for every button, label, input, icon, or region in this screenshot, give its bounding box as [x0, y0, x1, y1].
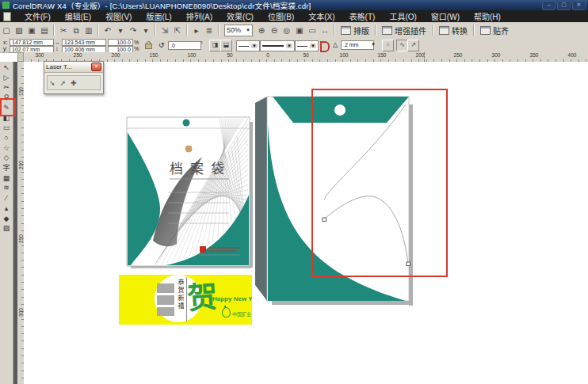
menu-item-1[interactable]: 文件(F) [17, 10, 58, 22]
toolbar-separator [97, 25, 99, 36]
menu-item-11[interactable]: 窗口(W) [424, 10, 467, 22]
mirror-vertical-button[interactable]: ⬓ [220, 40, 232, 51]
print-icon[interactable]: ▤ [38, 25, 51, 36]
mirror-horizontal-button[interactable]: ◨ [209, 40, 221, 51]
cut-icon[interactable]: ✂ [57, 25, 70, 36]
menu-item-12[interactable]: 帮助(H) [467, 10, 508, 22]
zoom-level-combo[interactable]: 50% ▼ [224, 25, 253, 36]
zoom-selected-icon[interactable]: ◎ [281, 25, 293, 36]
docker-icon [382, 26, 392, 35]
outline-width-dropdown[interactable]: .2 mm [341, 40, 374, 50]
undo-icon[interactable]: ↶ [101, 25, 114, 36]
interactive-fill-tool[interactable]: ▨ [1, 223, 12, 233]
text-tool[interactable]: 字 [1, 163, 12, 173]
redo-dropdown-icon[interactable]: ▾ [139, 25, 152, 36]
plugin-button-4[interactable]: 贴齐 [480, 25, 509, 36]
outline-pen-tool[interactable]: ▴ [1, 203, 12, 213]
lock-ratio-icon[interactable] [145, 44, 152, 49]
tool-highlight-annotation [0, 98, 16, 116]
open-icon[interactable]: ▧ [13, 25, 25, 36]
toolbar-separator [155, 25, 156, 36]
zoom-in-icon[interactable]: ⊕ [255, 25, 268, 36]
rectangle-tool[interactable]: ▭ [1, 123, 12, 132]
redo-icon[interactable]: ↷ [127, 25, 139, 36]
scale-h-field[interactable]: 100.0 [108, 39, 133, 46]
rotation-field[interactable]: .0 [168, 41, 201, 50]
left-envelope-shadow-bottom [131, 266, 251, 268]
company-logo-mark [200, 246, 206, 253]
curve-smoothness-button[interactable]: ↗ [407, 40, 419, 51]
menu-item-10[interactable]: 工具(O) [382, 10, 423, 22]
blend-tool[interactable]: ≋ [1, 183, 12, 192]
export-icon[interactable]: ⇱ [171, 25, 184, 36]
eyedropper-tool[interactable]: ∕ [1, 193, 12, 203]
minimize-button[interactable]: – [542, 1, 556, 10]
vertical-greeting-text: 恭贺新禧 [176, 279, 185, 321]
copy-icon[interactable]: ⧉ [70, 25, 82, 36]
laser-settings-icon[interactable]: ✚ [71, 79, 77, 87]
china-mining-text: 中国矿业 [232, 310, 251, 317]
ruler-origin-corner[interactable] [17, 52, 24, 62]
shape-tool[interactable]: ▷ [1, 73, 12, 82]
menu-item-2[interactable]: 编辑(E) [58, 10, 98, 22]
zoom-page-icon[interactable]: ▭ [306, 25, 319, 36]
table-tool[interactable]: ▦ [1, 173, 12, 183]
toolbar-separator [375, 25, 376, 36]
hruler-label: 300 [492, 52, 501, 58]
object-width-field[interactable]: 123.543 mm [62, 39, 106, 46]
zoom-page-width-icon[interactable]: ↔ [319, 25, 331, 36]
left-envelope-design[interactable]: 档案袋 [124, 116, 254, 271]
hruler-label: 50 [227, 52, 232, 58]
laser-close-button[interactable]: × [91, 63, 101, 71]
greeting-card-design[interactable]: 恭贺新禧 贺 Happy New Year 中国矿业 [119, 275, 252, 325]
menu-item-6[interactable]: 效果(C) [220, 10, 261, 22]
laser-curve-a-icon[interactable]: ➘ [49, 79, 55, 87]
zoom-all-objects-icon[interactable]: ▣ [293, 25, 306, 36]
standard-toolbar: ▢▧▣▤✂⧉▥↶▾↷▾⇲⇱▸≣ 50% ▼ ⊕⊖◎▣▭↔ 排版增强插件转换贴齐 [0, 22, 588, 39]
menu-item-9[interactable]: 表格(T) [342, 10, 383, 22]
plugin-button-label: 增强插件 [395, 25, 426, 36]
menu-item-7[interactable]: 位图(B) [261, 10, 301, 22]
menu-item-3[interactable]: 视图(V) [98, 10, 139, 22]
laser-floating-toolbar[interactable]: Laser T... × ➘➚✚ [44, 61, 104, 94]
crop-tool[interactable]: ✂ [1, 82, 12, 92]
laser-toolbar-titlebar[interactable]: Laser T... × [44, 62, 103, 73]
plugin-button-label: 排版 [353, 25, 369, 36]
hruler-label: 250 [454, 52, 463, 58]
laser-curve-b-icon[interactable]: ➚ [60, 79, 67, 87]
polygon-tool[interactable]: ☆ [1, 143, 12, 153]
undo-dropdown-icon[interactable]: ▾ [114, 25, 127, 36]
hruler-label: 150 [378, 52, 387, 58]
vruler-label: 200 [18, 161, 24, 169]
reduce-nodes-button[interactable]: ∿ [396, 40, 408, 51]
zoom-out-icon[interactable]: ⊖ [268, 25, 281, 36]
application-launcher-icon[interactable]: ▸ [190, 25, 203, 36]
plugin-button-1[interactable]: 排版 [341, 25, 369, 36]
auto-close-curve-icon[interactable] [320, 41, 330, 52]
menu-item-8[interactable]: 文本(X) [301, 10, 342, 22]
basic-shapes-tool[interactable]: ◇ [1, 153, 12, 162]
outline-style-dropdown[interactable]: ▼ [260, 40, 295, 51]
close-button[interactable]: ✕ [572, 1, 586, 10]
restore-button[interactable]: ▢ [557, 1, 571, 10]
plugin-button-2[interactable]: 增强插件 [382, 25, 426, 36]
menu-item-5[interactable]: 排列(A) [179, 10, 220, 22]
x-position-field[interactable]: 147.812 mm [10, 39, 54, 46]
pick-tool[interactable]: ↖ [1, 63, 12, 72]
new-document-icon[interactable]: ▢ [0, 25, 13, 36]
hruler-label: 0 [266, 52, 269, 58]
hruler-label: 200 [416, 52, 425, 58]
ellipse-tool[interactable]: ○ [1, 133, 12, 143]
start-arrowhead-dropdown[interactable]: ▼ [236, 40, 260, 51]
import-icon[interactable]: ⇲ [158, 25, 171, 36]
paste-icon[interactable]: ▥ [82, 25, 95, 36]
fill-tool[interactable]: ◆ [1, 214, 12, 223]
save-icon[interactable]: ▣ [25, 25, 38, 36]
toolbar-separator [473, 25, 475, 36]
chevron-down-icon: ▼ [246, 28, 250, 32]
menu-item-4[interactable]: 版面(L) [139, 10, 178, 22]
end-arrowhead-dropdown[interactable]: ▼ [295, 40, 319, 51]
plugin-button-3[interactable]: 转换 [439, 25, 468, 36]
welcome-screen-icon[interactable]: ≣ [203, 25, 216, 36]
toolbar-separator [334, 25, 335, 36]
